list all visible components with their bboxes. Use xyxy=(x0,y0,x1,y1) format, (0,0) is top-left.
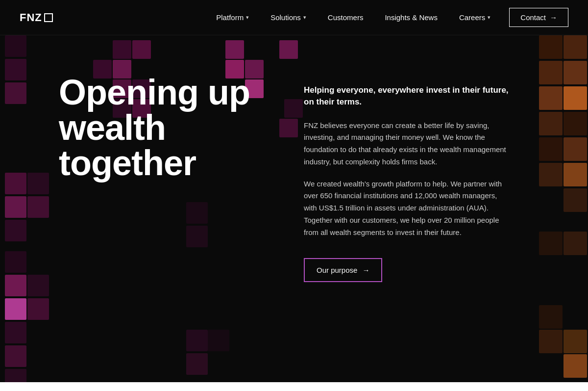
nav-link-careers[interactable]: Careers ▾ xyxy=(450,9,499,26)
hero-content: Opening up wealth together Helping every… xyxy=(0,35,588,391)
hero-section: Opening up wealth together Helping every… xyxy=(0,35,588,391)
logo-text: FNZ xyxy=(20,11,42,24)
nav-item-solutions[interactable]: Solutions ▾ xyxy=(262,9,315,26)
arrow-right-icon: → xyxy=(550,13,557,22)
nav-link-solutions[interactable]: Solutions ▾ xyxy=(262,9,315,26)
nav-item-platform[interactable]: Platform ▾ xyxy=(207,9,258,26)
hero-left: Opening up wealth together xyxy=(59,75,265,181)
arrow-right-icon: → xyxy=(362,266,369,274)
contact-button[interactable]: Contact → xyxy=(509,8,568,27)
chevron-down-icon: ▾ xyxy=(488,14,490,21)
logo-box-icon xyxy=(44,13,53,22)
hero-title: Opening up wealth together xyxy=(59,75,265,181)
nav-link-insights[interactable]: Insights & News xyxy=(376,9,446,26)
navbar: FNZ Platform ▾ Solutions ▾ Customers Ins… xyxy=(0,0,588,35)
our-purpose-button[interactable]: Our purpose → xyxy=(304,258,382,282)
nav-item-insights[interactable]: Insights & News xyxy=(376,9,446,26)
nav-item-careers[interactable]: Careers ▾ xyxy=(450,9,499,26)
chevron-down-icon: ▾ xyxy=(246,14,249,21)
chevron-down-icon: ▾ xyxy=(303,14,306,21)
nav-item-customers[interactable]: Customers xyxy=(319,9,372,26)
logo[interactable]: FNZ xyxy=(20,11,53,24)
hero-body-1: FNZ believes everyone can create a bette… xyxy=(304,120,510,168)
nav-links: Platform ▾ Solutions ▾ Customers Insight… xyxy=(207,9,499,26)
nav-link-platform[interactable]: Platform ▾ xyxy=(207,9,258,26)
hero-subtitle: Helping everyone, everywhere invest in t… xyxy=(304,84,510,108)
hero-body-2: We created wealth's growth platform to h… xyxy=(304,178,510,239)
nav-link-customers[interactable]: Customers xyxy=(319,9,372,26)
hero-right: Helping everyone, everywhere invest in t… xyxy=(304,75,510,282)
